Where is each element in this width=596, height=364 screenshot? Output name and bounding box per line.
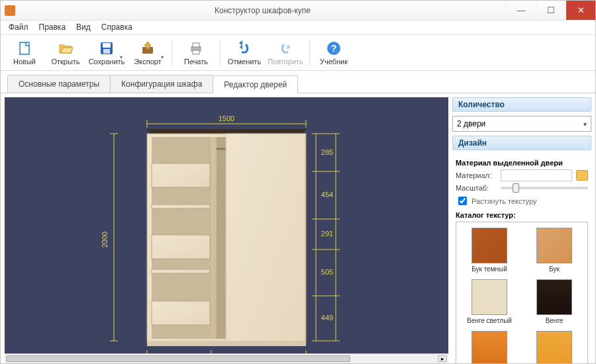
dim-seg-r-4: 449: [321, 314, 333, 322]
dim-seg-r-1: 454: [321, 191, 333, 199]
export-icon: [140, 40, 156, 56]
door-count-value: 2 двери: [457, 119, 485, 128]
swatch-item[interactable]: [462, 331, 517, 363]
menu-view[interactable]: Вид: [71, 21, 96, 34]
redo-button[interactable]: Повторить: [266, 36, 305, 69]
open-button[interactable]: Открыть: [46, 36, 85, 69]
quantity-header: Количество: [452, 97, 591, 112]
texture-catalog[interactable]: Бук темный Бук Венге светлый Венге: [456, 222, 588, 363]
tab-doors[interactable]: Редактор дверей: [213, 75, 298, 93]
material-section-title: Материал выделенной двери: [456, 159, 588, 167]
undo-button[interactable]: Отменить: [224, 36, 264, 69]
toolbar-separator: [309, 40, 310, 66]
menu-bar: Файл Правка Вид Справка: [1, 21, 595, 35]
swatch-icon: [536, 279, 572, 315]
window-controls: — ☐ ✕: [506, 1, 595, 20]
swatch-dark-beech[interactable]: Бук темный: [462, 228, 517, 273]
swatch-icon: [536, 228, 572, 263]
titlebar: Конструктор шкафов-купе — ☐ ✕: [1, 1, 595, 21]
tab-params[interactable]: Основные параметры: [7, 75, 111, 93]
svg-rect-7: [193, 50, 199, 54]
svg-rect-22: [152, 235, 210, 259]
swatch-icon: [472, 331, 507, 363]
save-icon: [99, 40, 115, 56]
design-header: Дизайн: [452, 136, 591, 150]
toolbar-separator: [172, 40, 172, 66]
catalog-label: Каталог текстур:: [456, 211, 588, 219]
app-icon: [5, 5, 15, 16]
material-label: Материал:: [456, 171, 497, 179]
svg-rect-24: [152, 301, 210, 325]
svg-rect-26: [217, 137, 226, 339]
save-button[interactable]: ▾ Сохранить: [87, 36, 126, 69]
scale-label: Масштаб:: [456, 184, 497, 192]
svg-rect-25: [211, 137, 217, 339]
export-button[interactable]: ▾ Экспорт: [128, 36, 168, 69]
svg-rect-6: [193, 43, 199, 47]
svg-rect-28: [226, 134, 305, 341]
dim-height: 2000: [101, 232, 109, 248]
dim-seg-r-3: 505: [321, 268, 333, 276]
right-panel: Количество 2 двери ▾ Дизайн Материал выд…: [452, 97, 591, 363]
dim-seg-r-0: 285: [321, 148, 333, 156]
tab-strip: Основные параметры Конфигурация шкафа Ре…: [1, 71, 595, 93]
chevron-down-icon: ▾: [583, 120, 587, 128]
tutorial-button[interactable]: ? Учебник: [314, 36, 354, 69]
menu-help[interactable]: Справка: [96, 21, 138, 34]
slider-thumb[interactable]: [513, 183, 519, 193]
dim-width: 1500: [219, 114, 234, 122]
scroll-right-button[interactable]: ▸: [438, 355, 447, 362]
svg-rect-20: [152, 163, 210, 187]
svg-rect-21: [152, 205, 210, 208]
svg-rect-29: [147, 341, 306, 346]
svg-rect-2: [103, 43, 111, 48]
window-title: Конструктор шкафов-купе: [19, 6, 506, 15]
svg-rect-3: [103, 49, 110, 54]
swatch-beech[interactable]: Бук: [526, 228, 582, 273]
material-input[interactable]: [501, 169, 572, 181]
swatch-icon: [472, 279, 507, 315]
print-button[interactable]: Печать: [176, 36, 216, 69]
svg-point-8: [199, 47, 201, 48]
help-icon: ?: [326, 40, 342, 56]
svg-text:?: ?: [331, 43, 337, 54]
new-file-icon: [17, 40, 32, 56]
close-button[interactable]: ✕: [566, 1, 595, 20]
tab-config[interactable]: Конфигурация шкафа: [110, 75, 213, 93]
swatch-wenge[interactable]: Венге: [526, 279, 582, 324]
chevron-down-icon: ▾: [120, 54, 123, 60]
door-count-select[interactable]: 2 двери ▾: [452, 116, 591, 132]
dim-seg-r-2: 291: [321, 230, 333, 238]
swatch-icon: [472, 228, 507, 263]
stretch-texture-checkbox[interactable]: Растянуть текстуру: [456, 195, 588, 207]
redo-icon: [277, 40, 293, 56]
horizontal-scrollbar-thumb[interactable]: [6, 355, 350, 362]
printer-icon: [188, 40, 204, 56]
browse-material-icon[interactable]: [576, 170, 588, 181]
menu-file[interactable]: Файл: [3, 21, 34, 34]
toolbar-separator: [220, 40, 221, 66]
scale-slider[interactable]: [501, 187, 588, 189]
svg-rect-0: [20, 42, 29, 54]
svg-rect-23: [152, 269, 210, 273]
swatch-icon: [536, 331, 572, 363]
design-canvas[interactable]: 1500 2000: [5, 97, 448, 363]
toolbar: Новый Открыть ▾ Сохранить ▾ Экспорт: [1, 35, 595, 71]
folder-open-icon: [58, 40, 74, 56]
swatch-wenge-light[interactable]: Венге светлый: [462, 279, 517, 324]
swatch-item[interactable]: [526, 331, 582, 363]
menu-edit[interactable]: Правка: [34, 21, 72, 34]
app-window: Конструктор шкафов-купе — ☐ ✕ Файл Правк…: [0, 0, 596, 364]
chevron-down-icon: ▾: [161, 54, 164, 60]
new-button[interactable]: Новый: [5, 36, 44, 69]
design-section: Материал выделенной двери Материал: Масш…: [452, 154, 591, 363]
undo-icon: [236, 40, 252, 56]
stretch-checkbox-input[interactable]: [458, 197, 467, 205]
minimize-button[interactable]: —: [506, 1, 536, 20]
maximize-button[interactable]: ☐: [536, 1, 566, 20]
main-area: 1500 2000: [1, 93, 595, 363]
